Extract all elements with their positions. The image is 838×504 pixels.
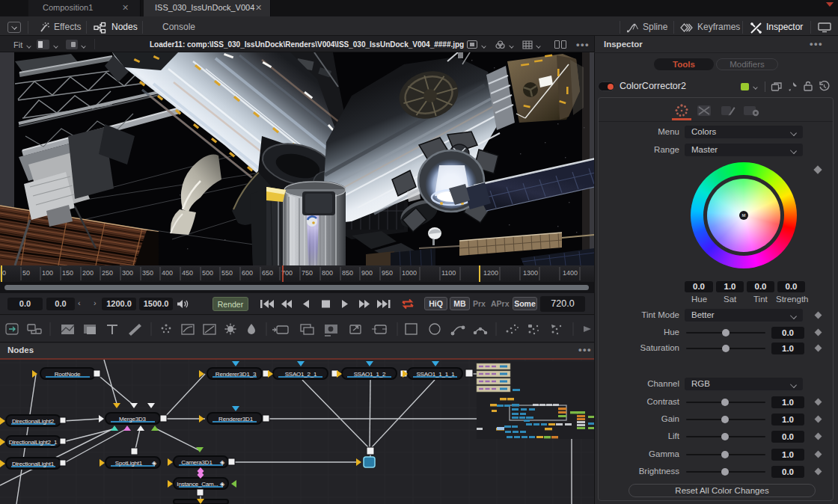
svg-text:RootNode: RootNode [55,371,81,378]
svg-text:1100: 1100 [441,269,456,277]
svg-text:SSAO1_2_1: SSAO1_2_1 [285,371,317,378]
svg-text:SSAO1_1_2: SSAO1_1_2 [354,371,386,378]
svg-text:0: 0 [2,269,6,277]
svg-text:DirectionalLight2_1: DirectionalLight2_1 [9,439,58,446]
svg-text:DirectionalLight1: DirectionalLight1 [12,461,55,467]
svg-text:1300: 1300 [523,269,538,277]
svg-text:◈: ◈ [220,481,225,488]
svg-text:◈: ◈ [220,459,225,466]
svg-text:1200: 1200 [483,269,498,277]
svg-text:Renderer3D1: Renderer3D1 [218,416,254,422]
svg-text:800: 800 [322,269,333,277]
svg-text:DirectionalLight2: DirectionalLight2 [12,418,55,425]
svg-text:950: 950 [382,269,393,277]
svg-text:500: 500 [202,269,213,277]
svg-text:550: 550 [221,269,233,277]
svg-text:750: 750 [302,269,313,277]
svg-text:450: 450 [182,269,193,277]
svg-text:1000: 1000 [402,269,417,277]
svg-text:850: 850 [342,269,353,277]
svg-text:300: 300 [122,269,133,277]
svg-text:350: 350 [142,269,153,277]
svg-text:900: 900 [361,269,373,277]
svg-text:Instance_Cam...: Instance_Cam... [177,481,218,488]
svg-text:150: 150 [62,269,73,277]
svg-text:◈: ◈ [152,460,157,467]
svg-text:SpotLight1: SpotLight1 [115,460,143,467]
svg-text:SSAO1_1_1_1: SSAO1_1_1_1 [416,371,455,378]
svg-text:400: 400 [162,269,173,277]
svg-text:Merge3D3: Merge3D3 [119,416,147,422]
svg-text:250: 250 [102,269,113,277]
svg-text:600: 600 [242,269,253,277]
svg-text:Camera3D1: Camera3D1 [181,459,212,466]
svg-text:50: 50 [22,269,30,277]
svg-text:1400: 1400 [563,269,578,277]
svg-text:100: 100 [42,269,53,277]
svg-text:200: 200 [82,269,94,277]
svg-text:Renderer3D1_3: Renderer3D1_3 [215,371,257,378]
svg-text:650: 650 [262,269,273,277]
